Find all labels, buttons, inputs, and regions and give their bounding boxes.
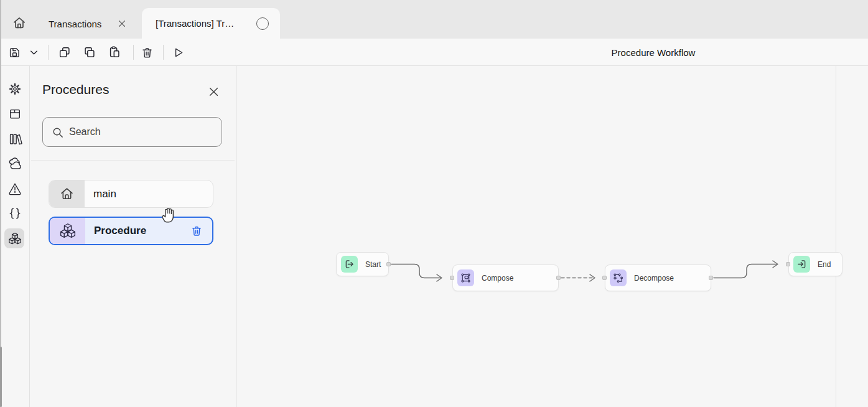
port-end-in[interactable]: [786, 262, 790, 266]
port-decompose-in[interactable]: [602, 276, 607, 280]
copy-button[interactable]: [57, 45, 72, 60]
save-button[interactable]: [7, 45, 22, 60]
node-start[interactable]: Start: [336, 252, 389, 276]
tab-transactions[interactable]: Transactions: [40, 9, 135, 39]
box-icon: [8, 107, 22, 121]
node-end[interactable]: End: [788, 252, 842, 276]
paste-icon: [108, 45, 121, 59]
tab-transactions-workflow[interactable]: [Transactions] Tr…: [142, 8, 280, 39]
panel-divider: [31, 160, 235, 161]
node-compose[interactable]: Compose: [452, 264, 559, 291]
port-decompose-out[interactable]: [709, 276, 713, 280]
unsaved-indicator-icon[interactable]: [256, 17, 269, 30]
close-icon: [208, 87, 219, 97]
toolbar-divider: [48, 45, 49, 60]
panel-close-button[interactable]: [207, 85, 220, 98]
procedure-list-item-procedure[interactable]: Procedure: [49, 217, 213, 245]
save-menu-button[interactable]: [26, 45, 41, 60]
warning-icon: [8, 182, 22, 195]
panel-title: Procedures: [42, 82, 109, 97]
rail-library-button[interactable]: [7, 131, 22, 146]
node-decompose[interactable]: Decompose: [605, 264, 711, 291]
trash-icon: [141, 46, 154, 59]
port-compose-out[interactable]: [556, 276, 561, 280]
port-compose-in[interactable]: [450, 276, 454, 280]
clouds-icon: [7, 156, 22, 171]
workflow-title: Procedure Workflow: [606, 47, 701, 58]
paste-button[interactable]: [107, 45, 122, 60]
home-icon: [49, 180, 85, 207]
port-start-out[interactable]: [386, 262, 391, 266]
decompose-icon: [610, 269, 627, 286]
rail-scrollbar-thumb[interactable]: [0, 347, 2, 407]
item-label: main: [93, 188, 213, 200]
trash-icon: [190, 225, 203, 237]
search-box[interactable]: [42, 117, 222, 147]
item-label: Procedure: [94, 225, 190, 237]
braces-icon: [8, 207, 22, 220]
rail-procedures-button[interactable]: [7, 231, 22, 246]
cubes-icon: [7, 232, 22, 246]
cubes-icon: [50, 218, 85, 244]
start-icon: [341, 256, 358, 273]
gear-icon: [8, 82, 22, 96]
delete-button[interactable]: [139, 45, 154, 60]
toolbar-divider: [163, 45, 164, 60]
duplicate-button[interactable]: [82, 45, 97, 60]
home-icon: [11, 15, 27, 31]
rail-clouds-button[interactable]: [7, 156, 22, 171]
delete-procedure-button[interactable]: [190, 224, 203, 238]
node-label: End: [818, 260, 831, 269]
tab-label: [Transactions] Tr…: [156, 18, 234, 29]
procedure-list-item-main[interactable]: main: [49, 180, 213, 208]
home-button[interactable]: [10, 14, 29, 32]
compose-icon: [457, 269, 474, 286]
tab-label: Transactions: [49, 19, 101, 29]
window-edge: [0, 0, 1, 407]
chevron-down-icon: [29, 48, 39, 57]
library-icon: [8, 132, 22, 146]
node-label: Start: [365, 260, 381, 269]
toolbar: [0, 39, 868, 66]
rail-code-button[interactable]: [7, 206, 22, 221]
copy-icon: [58, 45, 72, 59]
duplicate-icon: [83, 45, 96, 59]
rail-settings-button[interactable]: [7, 82, 22, 96]
end-icon: [793, 256, 810, 273]
save-icon: [8, 46, 21, 59]
canvas-boundary-line: [836, 66, 836, 407]
search-input[interactable]: [69, 126, 213, 138]
toolbar-divider: [133, 45, 134, 60]
rail-box-button[interactable]: [7, 106, 22, 121]
node-label: Compose: [482, 274, 513, 283]
search-icon: [52, 126, 63, 138]
play-icon: [172, 46, 185, 59]
node-label: Decompose: [634, 274, 674, 283]
workflow-canvas[interactable]: [236, 66, 868, 407]
rail-alerts-button[interactable]: [7, 181, 22, 196]
run-button[interactable]: [170, 45, 185, 60]
close-tab-icon[interactable]: [118, 19, 126, 28]
